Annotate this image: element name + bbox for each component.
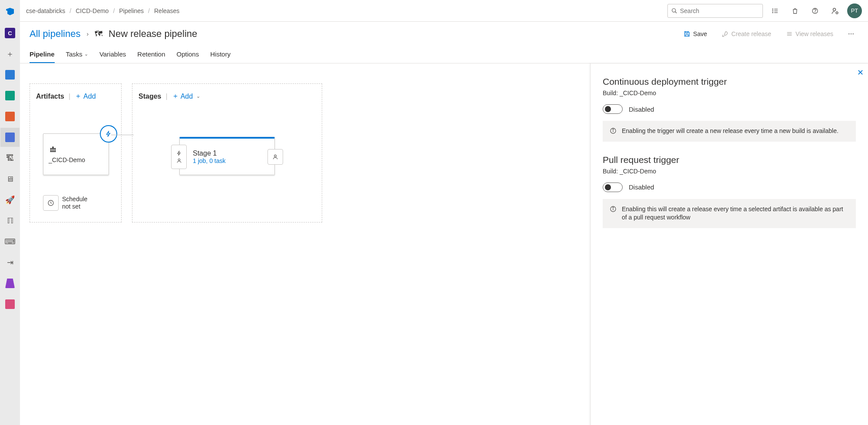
side-project[interactable]: C (0, 23, 20, 43)
header-sep: | (69, 93, 70, 100)
cd-toggle[interactable] (603, 104, 623, 114)
stage-card[interactable]: Stage 1 1 job, 0 task (179, 137, 275, 175)
search-box[interactable] (667, 4, 763, 18)
artifact-trigger-button[interactable] (100, 125, 117, 143)
toggle-knob (605, 184, 611, 190)
pipeline-canvas: Artifacts | ＋ Add _CICD-Demo (20, 63, 590, 425)
deploy-icon: ⇥ (7, 258, 13, 267)
side-builds[interactable]: 🏗 (0, 149, 20, 168)
search-icon (671, 8, 677, 14)
svg-point-0 (672, 8, 676, 12)
tab-variables[interactable]: Variables (99, 46, 126, 63)
details-panel: ✕ Continuous deployment trigger Build: _… (590, 63, 868, 425)
side-environments[interactable]: 🖥 (0, 169, 20, 189)
svg-line-1 (675, 11, 677, 13)
breadcrumb-project[interactable]: CICD-Demo (76, 7, 109, 14)
user-icon (272, 154, 278, 160)
view-releases-button: View releases (782, 28, 838, 40)
list-small-icon (786, 30, 793, 37)
tab-retention[interactable]: Retention (137, 46, 165, 63)
pr-toggle[interactable] (603, 183, 623, 192)
tab-bar: Pipeline Tasks⌄ Variables Retention Opti… (20, 46, 868, 63)
tab-pipeline[interactable]: Pipeline (30, 46, 55, 63)
artifacts-panel: Artifacts | ＋ Add _CICD-Demo (30, 83, 122, 222)
pipeline-icon (5, 133, 15, 142)
plus-icon: ＋ (6, 49, 14, 59)
side-library[interactable]: ℿ (0, 211, 20, 230)
left-sidebar: C ＋ 🏗 🖥 🚀 ℿ ⌨ ⇥ (0, 0, 20, 425)
schedule-button[interactable]: Schedule not set (43, 195, 92, 211)
keyboard-icon: ⌨ (4, 237, 16, 246)
info-icon (610, 127, 617, 134)
tab-options[interactable]: Options (177, 46, 199, 63)
tab-tasks-label: Tasks (66, 50, 83, 58)
breadcrumb-sep: / (113, 7, 115, 14)
create-release-button: Create release (717, 28, 776, 40)
add-stage-label: Add (181, 93, 193, 100)
stage-post-conditions[interactable] (267, 149, 283, 165)
close-panel-button[interactable]: ✕ (857, 68, 864, 77)
clock-icon (47, 199, 54, 206)
top-user-settings-icon[interactable] (827, 3, 843, 19)
side-repos[interactable] (0, 107, 20, 126)
add-artifact-link[interactable]: ＋ Add (75, 92, 96, 101)
more-menu[interactable]: ⋯ (844, 28, 858, 40)
svg-point-2 (772, 9, 773, 9)
schedule-label: Schedule not set (62, 196, 92, 210)
svg-point-17 (274, 155, 277, 157)
breadcrumb-sub[interactable]: Releases (154, 7, 179, 14)
breadcrumb-sep: / (148, 7, 150, 14)
cd-info-box: Enabling the trigger will create a new r… (603, 121, 856, 142)
dashboard-icon (5, 70, 15, 80)
chevron-right-icon: › (86, 30, 89, 37)
svg-point-11 (836, 12, 838, 14)
svg-point-16 (178, 159, 180, 160)
side-releases[interactable]: 🚀 (0, 190, 20, 209)
add-stage-link[interactable]: ＋ Add ⌄ (172, 92, 200, 101)
plus-icon: ＋ (172, 92, 179, 101)
bolt-icon (105, 130, 112, 137)
artifacts-icon (5, 299, 15, 309)
breadcrumb: cse-databricks / CICD-Demo / Pipelines /… (26, 7, 179, 14)
rocket-icon: 🚀 (5, 195, 15, 205)
artifact-card[interactable]: _CICD-Demo (43, 133, 109, 175)
tab-history[interactable]: History (210, 46, 231, 63)
repo-icon (5, 112, 15, 121)
svg-point-23 (613, 207, 613, 208)
side-taskgroups[interactable]: ⌨ (0, 232, 20, 251)
pipeline-name: New release pipeline (109, 28, 197, 40)
stage-pre-conditions[interactable] (171, 145, 187, 169)
breadcrumb-org[interactable]: cse-databricks (26, 7, 65, 14)
save-button[interactable]: Save (679, 28, 711, 40)
bolt-icon (176, 150, 182, 156)
env-icon: 🖥 (6, 175, 14, 184)
cd-trigger-title: Continuous deployment trigger (603, 76, 856, 87)
breadcrumb-section[interactable]: Pipelines (119, 7, 144, 14)
side-pipelines[interactable] (0, 128, 20, 147)
side-add[interactable]: ＋ (0, 44, 20, 63)
side-deploymentgroups[interactable]: ⇥ (0, 253, 20, 272)
side-devops-logo[interactable] (0, 3, 20, 22)
side-artifacts[interactable] (0, 295, 20, 314)
svg-point-9 (815, 12, 815, 13)
top-list-icon[interactable] (767, 3, 783, 19)
avatar[interactable]: PT (847, 3, 862, 18)
info-icon (610, 206, 617, 212)
artifacts-header: Artifacts (36, 93, 64, 100)
stage-tasks-link[interactable]: 1 job, 0 task (193, 157, 226, 164)
side-boards[interactable] (0, 86, 20, 105)
pr-info-text: Enabling this will create a release ever… (622, 205, 849, 222)
build-icon: 🏗 (6, 154, 14, 163)
toggle-knob (605, 106, 611, 112)
svg-point-6 (772, 12, 773, 13)
search-input[interactable] (680, 7, 759, 14)
top-bag-icon[interactable] (787, 3, 803, 19)
all-pipelines-link[interactable]: All pipelines (30, 28, 80, 40)
tab-tasks[interactable]: Tasks⌄ (66, 46, 88, 63)
side-testplans[interactable] (0, 274, 20, 293)
rocket-small-icon (722, 30, 729, 37)
artifact-name: _CICD-Demo (49, 156, 103, 163)
side-dashboards[interactable] (0, 65, 20, 84)
top-help-icon[interactable] (807, 3, 823, 19)
add-artifact-label: Add (83, 93, 96, 100)
